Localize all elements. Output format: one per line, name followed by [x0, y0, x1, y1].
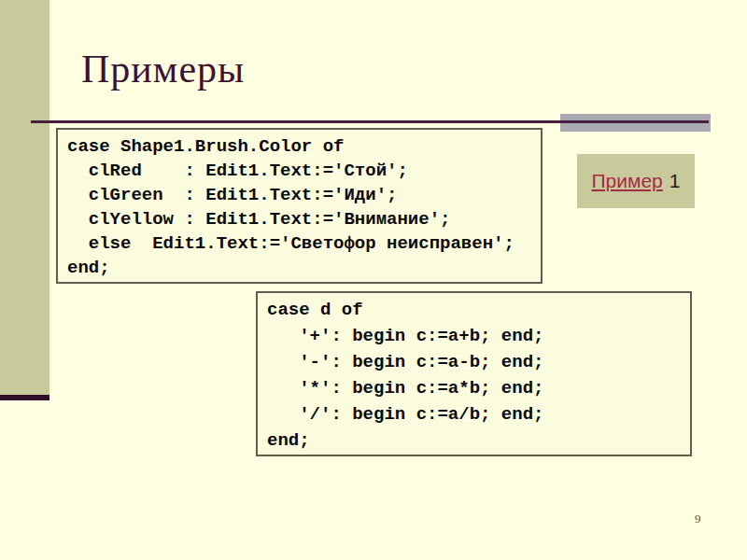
title-rule — [31, 120, 709, 123]
code-line: '+': begin c:=a+b; end; — [267, 323, 690, 349]
code-line: end; — [267, 427, 690, 454]
code-line: case Shape1.Brush.Color of — [67, 134, 541, 159]
code-block-case-operator: case d of '+': begin c:=a+b; end; '-': b… — [256, 291, 692, 456]
code-line: else Edit1.Text:='Светофор неисправен'; — [67, 231, 541, 256]
code-line: clGreen : Edit1.Text:='Иди'; — [67, 183, 541, 207]
slide-page-number: 9 — [695, 511, 701, 526]
code-line: clYellow : Edit1.Text:='Внимание'; — [67, 207, 541, 231]
code-line: '-': begin c:=a-b; end; — [267, 349, 690, 375]
code-block-case-color: case Shape1.Brush.Color of clRed : Edit1… — [56, 128, 543, 284]
code-line: clRed : Edit1.Text:='Стой'; — [67, 159, 541, 183]
code-line: case d of — [267, 297, 690, 323]
example-1-link[interactable]: Пример — [592, 170, 663, 192]
code-line: '/': begin c:=a/b; end; — [267, 401, 690, 427]
page-title: Примеры — [81, 47, 245, 91]
sidebar-accent-bar — [0, 0, 49, 395]
slide: Примеры case Shape1.Brush.Color of clRed… — [0, 0, 747, 560]
code-line: '*': begin c:=a*b; end; — [267, 375, 690, 401]
example-1-panel: Пример 1 — [577, 154, 695, 208]
code-line: end; — [67, 256, 541, 280]
example-1-number: 1 — [669, 170, 681, 192]
sidebar-underline-bar — [0, 395, 49, 400]
